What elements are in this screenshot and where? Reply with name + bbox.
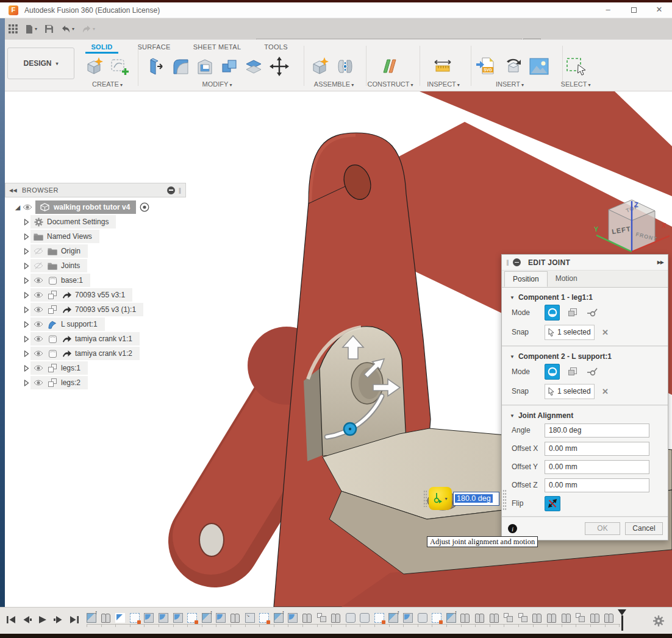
workspace-selector[interactable]: DESIGN▾ [7,48,74,79]
timeline-feature-18-joint-icon[interactable] [331,613,341,623]
expand-icon[interactable] [22,380,30,386]
timeline-feature-20-body-icon[interactable] [360,613,370,623]
tab-solid[interactable]: SOLID [85,40,118,54]
press-pull-icon[interactable] [144,54,168,79]
browser-drag-handle[interactable]: ∥ [179,187,182,194]
info-icon[interactable]: i [508,524,517,533]
timeline-feature-4-sketch-icon[interactable] [130,613,140,623]
group-construct[interactable]: CONSTRUCT▾ [361,80,420,88]
visibility-eye-icon[interactable] [33,364,44,372]
close-button[interactable]: ✕ [646,2,672,18]
browser-item-legs-1[interactable]: legs:1 [5,361,186,375]
browser-item-label[interactable]: base:1 [61,276,83,285]
timeline-feature-12-insert-icon[interactable] [245,613,255,623]
maximize-button[interactable] [621,2,646,18]
expand-icon[interactable] [22,321,30,328]
visibility-eye-off-icon[interactable] [33,262,44,269]
timeline-feature-5-fillet-icon[interactable] [144,613,154,623]
expand-icon[interactable] [22,248,30,255]
browser-item-label[interactable]: tamiya crank v1:2 [75,349,132,358]
browser-item-label[interactable]: 70093 v55 v3:1 [75,291,125,299]
timeline-feature-8-sketch-icon[interactable] [187,613,197,623]
timeline-feature-31-move-icon[interactable] [518,613,528,623]
expand-icon[interactable] [22,350,30,357]
browser-item-label[interactable]: Document Settings [47,218,109,226]
browser-item-label[interactable]: 70093 v55 v3 (1):1 [75,305,136,314]
group-inspect[interactable]: INSPECT▾ [419,80,468,88]
mode-axis-icon[interactable] [585,305,600,321]
fillet-icon[interactable] [168,54,193,79]
expand-icon[interactable] [22,307,30,313]
timeline-feature-37-joint-icon[interactable] [604,613,614,623]
expand-icon[interactable] [22,263,30,269]
visibility-eye-icon[interactable] [33,277,44,284]
browser-item-document-settings[interactable]: Document Settings [5,214,186,229]
go-to-start-icon[interactable] [6,615,16,624]
browser-item-label[interactable]: L support:1 [61,320,98,328]
expand-icon[interactable] [22,292,30,299]
timeline-feature-15-fillet-icon[interactable] [288,613,298,623]
play-icon[interactable] [38,615,48,624]
browser-root-label[interactable]: walking robot tutor v4 [54,203,130,211]
visibility-eye-icon[interactable] [33,335,44,342]
flyout-caret-icon[interactable]: ▾ [445,496,447,502]
browser-item-legs-2[interactable]: legs:2 [5,375,186,390]
timeline-feature-3-form-icon[interactable] [115,613,125,623]
select-icon[interactable] [565,54,589,79]
timeline-feature-10-fillet-icon[interactable] [216,613,226,623]
joint-icon[interactable] [333,54,357,79]
timeline-feature-16-joint-icon[interactable] [302,613,312,623]
mode-between-faces-icon[interactable] [565,305,580,321]
timeline-feature-32-joint-icon[interactable] [532,613,542,623]
timeline-feature-17-move-icon[interactable] [317,613,327,623]
group-create[interactable]: CREATE▾ [83,80,132,88]
expand-icon[interactable] [22,233,30,240]
timeline-feature-28-joint-icon[interactable] [475,613,485,623]
timeline-feature-33-joint-icon[interactable] [547,613,557,623]
tab-position[interactable]: Position [504,271,548,287]
minimize-button[interactable]: – [595,2,621,18]
timeline-feature-6-fillet-icon[interactable] [159,613,168,623]
tab-sheet-metal[interactable]: SHEET METAL [186,40,248,54]
browser-minimize-icon[interactable] [167,186,175,194]
flip-toggle-icon[interactable] [545,496,560,511]
expand-icon[interactable]: ◢ [13,204,22,211]
browser-item-named-views[interactable]: Named Views [5,229,186,244]
cancel-button[interactable]: Cancel [625,522,663,535]
timeline-feature-35-move-icon[interactable] [576,613,585,623]
visibility-eye-icon[interactable] [22,204,33,211]
timeline-feature-24-body-icon[interactable] [418,613,427,623]
browser-item-tamiya-crank-v1-1[interactable]: tamiya crank v1:1 [5,331,186,346]
widget-drag-handle[interactable] [423,490,427,507]
timeline-feature-1-extrude-icon[interactable] [87,613,96,623]
group-select[interactable]: SELECT▾ [551,80,600,88]
timeline-feature-26-extrude-icon[interactable] [446,613,456,623]
activate-component-radio[interactable] [140,202,149,212]
timeline-feature-14-extrude-icon[interactable] [274,613,284,623]
canvas-image-icon[interactable] [527,54,551,79]
new-component-icon[interactable] [307,54,332,79]
browser-item-l-support-1[interactable]: L support:1 [5,317,186,331]
3d-viewport[interactable]: TOP LEFT FRONT Z Y X ◀◀ BROWSER ∥ [0,91,672,607]
browser-item-tamiya-crank-v1-2[interactable]: tamiya crank v1:2 [5,346,186,361]
go-to-end-icon[interactable] [69,615,79,624]
snap-selection-button[interactable]: 1 selected [545,384,595,399]
mode-axis-icon[interactable] [585,364,600,380]
ok-button[interactable]: OK [585,522,620,535]
dialog-drag-handle[interactable] [502,489,507,510]
step-back-icon[interactable] [22,615,32,624]
offset-face-icon[interactable] [241,54,266,79]
timeline-feature-27-joint-icon[interactable] [460,613,470,623]
timeline-feature-23-fillet-icon[interactable] [403,613,413,623]
visibility-eye-icon[interactable] [33,379,44,386]
timeline-feature-7-fillet-icon[interactable] [173,613,183,623]
expand-icon[interactable] [22,277,30,284]
offset-x-input[interactable] [545,442,649,456]
redo-icon[interactable]: ▾ [79,23,98,35]
measure-icon[interactable] [431,54,455,79]
browser-item-joints[interactable]: Joints [5,258,186,273]
move-copy-icon[interactable] [267,54,291,79]
visibility-eye-icon[interactable] [33,306,44,313]
dialog-grip[interactable]: ∥ [506,259,509,266]
timeline-feature-36-joint-icon[interactable] [590,613,600,623]
